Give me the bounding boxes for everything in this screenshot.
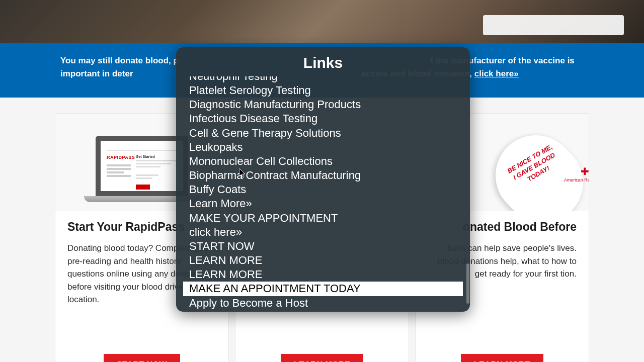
- notice-link[interactable]: click here»: [474, 69, 519, 78]
- link-item[interactable]: Infectious Disease Testing: [183, 112, 463, 126]
- link-item[interactable]: Platelet Serology Testing: [183, 83, 463, 98]
- notice-text-part1: You may still donate blood, p: [60, 56, 179, 65]
- links-modal-title: Links: [176, 47, 470, 76]
- learn-more-button-middle[interactable]: LEARN MORE: [281, 354, 364, 362]
- link-item[interactable]: Buffy Coats: [183, 183, 463, 197]
- link-item[interactable]: LEARN MORE: [183, 267, 463, 282]
- link-item[interactable]: LEARN MORE: [183, 253, 463, 267]
- link-item[interactable]: click here»: [183, 225, 463, 239]
- hero-background: [0, 0, 644, 43]
- link-item[interactable]: Biopharma Contract Manufacturing: [183, 168, 463, 183]
- link-item[interactable]: Learn More»: [183, 197, 463, 211]
- links-modal: Links Neutrophil TestingPlatelet Serolog…: [176, 47, 470, 312]
- learn-more-button-right[interactable]: LEARN MORE: [461, 354, 544, 362]
- link-item[interactable]: Neutrophil Testing: [183, 76, 463, 83]
- link-item[interactable]: Diagnostic Manufacturing Products: [183, 98, 463, 112]
- heart-illustration: American Red Cross BE NICE TO ME, I GAVE…: [484, 139, 585, 211]
- start-now-button[interactable]: START NOW: [104, 354, 180, 362]
- link-item[interactable]: MAKE AN APPOINTMENT TODAY: [183, 282, 463, 296]
- link-item[interactable]: Mononuclear Cell Collections: [183, 154, 463, 168]
- links-list[interactable]: Neutrophil TestingPlatelet Serology Test…: [176, 76, 470, 312]
- red-cross-icon: American Red Cross: [564, 165, 589, 183]
- rapidpass-logo-text: RAPIDPASS: [107, 155, 131, 160]
- get-started-label: Get Started: [136, 155, 177, 158]
- link-item[interactable]: MAKE YOUR APPOINTMENT: [183, 211, 463, 225]
- arc-label: American Red Cross: [564, 177, 589, 183]
- scrollbar-thumb[interactable]: [466, 263, 469, 304]
- link-item[interactable]: Cell & Gene Therapy Solutions: [183, 126, 463, 140]
- link-item[interactable]: Leukopaks: [183, 140, 463, 154]
- link-item[interactable]: Apply to Become a Host: [183, 296, 463, 310]
- link-item[interactable]: START NOW: [183, 239, 463, 253]
